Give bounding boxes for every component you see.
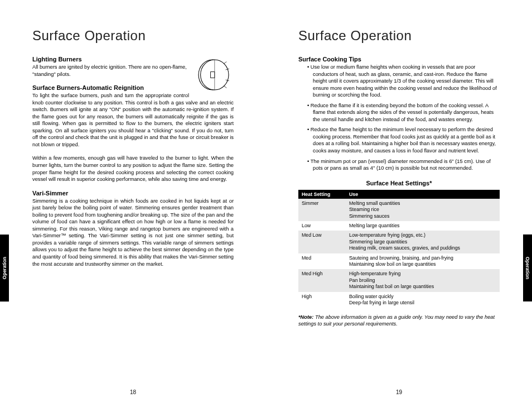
page-number-right: 19 [266,389,532,395]
cell-use: Low-temperature frying (eggs, etc.)Simme… [346,231,500,253]
footnote: *Note: The above information is given as… [298,314,500,328]
text-auto-reignition-p2: Within a few moments, enough gas will ha… [32,155,234,183]
cell-setting: Med High [298,269,346,291]
page-title-left: Surface Operation [32,28,234,44]
cell-use: Melting small quantitiesSteaming riceSim… [346,199,500,221]
cell-setting: Simmer [298,199,346,221]
page-right: Surface Operation Surface Cooking Tips U… [266,0,532,412]
table-row: LowMelting large quantities [298,221,500,231]
text-vari-simmer: Simmering is a cooking technique in whic… [32,198,234,267]
table-title: Surface Heat Settings* [298,180,500,186]
cell-setting: Med Low [298,231,346,253]
control-knob-icon [194,55,234,95]
note-text: The above information is given as a guid… [298,314,495,327]
svg-rect-2 [211,72,215,78]
cell-setting: Med [298,253,346,270]
table-row: Med HighHigh-temperature fryingPan broil… [298,269,500,291]
note-label: *Note: [298,314,313,320]
list-item: Reduce the flame height to the minimum l… [307,126,500,154]
list-item: Use low or medium flame heights when coo… [307,64,500,99]
heat-settings-table: Heat Setting Use SimmerMelting small qua… [298,190,500,308]
table-row: MedSauteing and browning, braising, and … [298,253,500,270]
cell-use: High-temperature fryingPan broilingMaint… [346,269,500,291]
heading-vari-simmer: Vari-Simmer [32,190,234,197]
page-left: Surface Operation Lighting Burners All b… [0,0,266,412]
list-item: Reduce the flame if it is extending beyo… [307,102,500,123]
cell-setting: High [298,292,346,308]
text-auto-reignition-p1: To light the surface burners, push and t… [32,92,234,148]
table-row: Med LowLow-temperature frying (eggs, etc… [298,231,500,253]
th-use: Use [346,190,500,199]
cooking-tips-list: Use low or medium flame heights when coo… [298,64,500,172]
cell-setting: Low [298,221,346,231]
cell-use: Melting large quantities [346,221,500,231]
cell-use: Boiling water quicklyDeep-fat frying in … [346,292,500,308]
th-setting: Heat Setting [298,190,346,199]
table-row: HighBoiling water quicklyDeep-fat frying… [298,292,500,308]
list-item: The minimum pot or pan (vessel) diameter… [307,158,500,172]
page-title-right: Surface Operation [298,28,500,44]
table-row: SimmerMelting small quantitiesSteaming r… [298,199,500,221]
heading-cooking-tips: Surface Cooking Tips [298,56,500,63]
cell-use: Sauteing and browning, braising, and pan… [346,253,500,270]
page-spread: Surface Operation Lighting Burners All b… [0,0,532,412]
page-number-left: 18 [0,389,266,395]
